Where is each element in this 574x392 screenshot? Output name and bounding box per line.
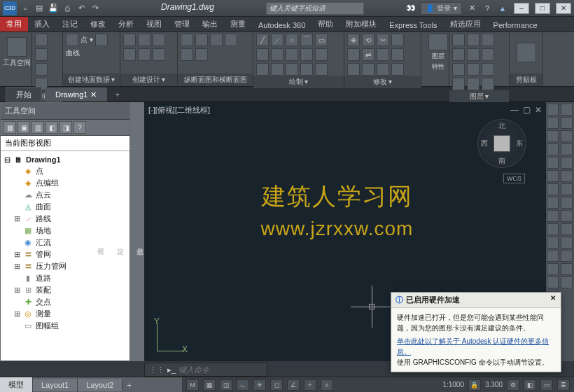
design-icon[interactable] — [153, 48, 165, 61]
rt-icon[interactable] — [547, 276, 559, 288]
toolspace-button[interactable]: 工具空间 — [3, 34, 31, 71]
rt-icon[interactable] — [561, 223, 573, 235]
panel-title-layer[interactable]: 图层 ▾ — [449, 90, 509, 103]
status-menu-icon[interactable]: ≣ — [557, 379, 570, 391]
layer-icon[interactable] — [467, 78, 479, 90]
mod-trim-icon[interactable]: ✂ — [377, 34, 389, 46]
ground-icon[interactable] — [95, 34, 108, 46]
layout-tab-2[interactable]: Layout2 — [78, 379, 122, 391]
section-icon[interactable] — [210, 34, 223, 46]
ts-btn[interactable]: ◨ — [59, 121, 72, 134]
status-iso-icon[interactable]: ◧ — [524, 379, 536, 391]
draw-arc-icon[interactable]: ⌒ — [300, 34, 313, 46]
layer-icon[interactable] — [452, 34, 465, 46]
ts-btn[interactable]: ▥ — [31, 121, 44, 134]
ts-btn[interactable]: ◧ — [46, 121, 58, 134]
palette-icon[interactable] — [35, 34, 48, 46]
help-icon[interactable]: ? — [482, 3, 493, 14]
status-clean-icon[interactable]: ▭ — [540, 379, 553, 391]
draw-circle-icon[interactable]: ○ — [286, 34, 298, 46]
rt-icon[interactable] — [547, 197, 559, 209]
mod-icon[interactable] — [362, 63, 374, 76]
status-scale[interactable]: 1:1000 — [442, 381, 464, 388]
search-icon[interactable]: 👀 — [405, 3, 416, 14]
qat-redo-icon[interactable]: ↷ — [90, 3, 101, 14]
mod-icon[interactable] — [347, 63, 360, 76]
prospector-tree[interactable]: ⊟🗎Drawing1 ◈点 ◈点编组 ☁点云 ◬曲面 ⊞⟋路线 ▦场地 ◉汇流 … — [1, 151, 130, 360]
rt-icon[interactable] — [561, 183, 573, 195]
rt-icon[interactable] — [547, 237, 559, 248]
rt-icon[interactable] — [547, 210, 559, 222]
draw-polyline-icon[interactable]: ⟋ — [271, 34, 284, 46]
draw-line-icon[interactable]: ╱ — [256, 34, 269, 46]
tree-root[interactable]: ⊟🗎Drawing1 — [2, 154, 128, 165]
viewport-label[interactable]: [-][俯视][二维线框] — [148, 105, 210, 115]
ribbon-tab-manage[interactable]: 管理 — [168, 17, 196, 31]
close-button[interactable]: ✕ — [556, 3, 571, 14]
draw-icon[interactable] — [271, 48, 284, 61]
layer-icon[interactable] — [482, 78, 494, 90]
mod-icon[interactable] — [377, 63, 389, 76]
rt-icon[interactable] — [561, 250, 573, 262]
tree-item-site[interactable]: ▦场地 — [2, 225, 128, 237]
tree-item-intersection[interactable]: ✚交点 — [2, 296, 128, 308]
minimize-button[interactable]: – — [514, 3, 529, 14]
draw-icon[interactable] — [286, 63, 298, 76]
tree-item-assembly[interactable]: ⊞⊞装配 — [2, 284, 128, 296]
tree-item-survey[interactable]: ⊞◎测量 — [2, 308, 128, 320]
rt-icon[interactable] — [561, 157, 573, 169]
draw-icon[interactable] — [300, 63, 313, 76]
layer-icon[interactable] — [452, 63, 465, 76]
panel-title-modify[interactable]: 修改 ▾ — [344, 76, 421, 88]
qat-print-icon[interactable]: ⎙ — [62, 3, 73, 14]
help-search-input[interactable]: 键入关键字或短语 — [266, 2, 364, 15]
rt-icon[interactable] — [547, 157, 559, 169]
status-dyn-icon[interactable]: + — [304, 379, 316, 391]
layer-icon[interactable] — [482, 48, 494, 61]
mod-mirror-icon[interactable]: ⇄ — [362, 48, 374, 61]
tree-item-points[interactable]: ◈点 — [2, 165, 128, 177]
section-icon[interactable] — [195, 34, 208, 46]
layout-tab-model[interactable]: 模型 — [0, 377, 33, 392]
mod-icon[interactable] — [391, 48, 404, 61]
tree-item-pointgroups[interactable]: ◈点编组 — [2, 177, 128, 189]
draw-icon[interactable] — [300, 48, 313, 61]
rt-icon[interactable] — [561, 197, 573, 209]
notif-close-button[interactable]: ✕ — [548, 294, 558, 304]
command-line[interactable]: ⋮⋮ ▸_ — [144, 363, 267, 377]
ribbon-tab-addins[interactable]: 附加模块 — [340, 17, 383, 31]
ground-icon[interactable] — [66, 34, 78, 46]
ribbon-tab-a360[interactable]: Autodesk 360 — [252, 19, 312, 31]
status-gear-icon[interactable]: ⚙ — [507, 379, 519, 391]
ribbon-tab-modify[interactable]: 修改 — [84, 17, 112, 31]
qat-open-icon[interactable]: ▤ — [34, 3, 45, 14]
draw-icon[interactable] — [315, 63, 328, 76]
status-annoscale-icon[interactable]: 🔒 — [468, 379, 481, 391]
rt-icon[interactable] — [561, 263, 573, 275]
status-grid-icon[interactable]: ▦ — [203, 379, 216, 391]
rt-icon[interactable] — [561, 130, 573, 142]
tree-item-surface[interactable]: ◬曲面 — [2, 201, 128, 213]
status-lwt-icon[interactable]: ≡ — [321, 379, 333, 391]
palette-icon[interactable] — [35, 48, 48, 61]
viewcube[interactable]: 北 南 东 西 — [477, 119, 526, 168]
status-ortho-icon[interactable]: ∟ — [237, 379, 249, 391]
draw-icon[interactable] — [256, 48, 269, 61]
ribbon-tab-view[interactable]: 视图 — [140, 17, 168, 31]
layer-icon[interactable] — [452, 48, 465, 61]
mod-rotate-icon[interactable]: ⟲ — [362, 34, 374, 46]
status-model-button[interactable]: M — [186, 379, 199, 391]
notif-link[interactable]: 单击此处以了解关于 Autodesk 认证硬件的更多信息。 — [397, 336, 555, 357]
doc-tab-start[interactable]: 开始 — [6, 87, 42, 102]
maximize-button[interactable]: □ — [535, 3, 550, 14]
rt-icon[interactable] — [547, 130, 559, 142]
rt-icon[interactable] — [561, 210, 573, 222]
command-input[interactable] — [178, 365, 262, 374]
vp-close-icon[interactable]: ✕ — [535, 105, 542, 115]
mod-icon[interactable] — [391, 63, 404, 76]
layout-add-icon[interactable]: + — [122, 381, 135, 389]
layer-icon[interactable] — [467, 34, 479, 46]
doc-tab-drawing1[interactable]: Drawing1 ✕ — [45, 88, 107, 102]
status-track-icon[interactable]: ∠ — [287, 379, 300, 391]
design-icon[interactable] — [153, 34, 165, 46]
